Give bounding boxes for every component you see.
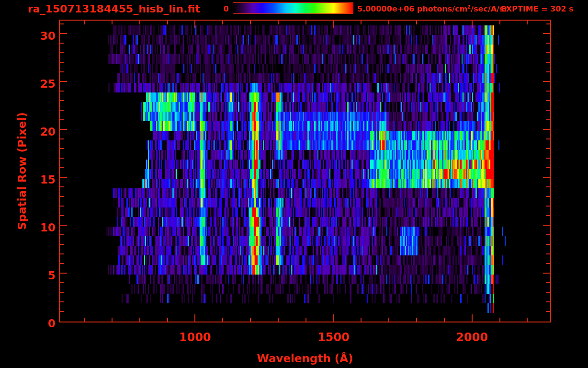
- y-tick-label: 15: [19, 173, 56, 186]
- y-tick-label: 10: [19, 221, 56, 234]
- y-tick-label: 30: [19, 30, 56, 42]
- y-tick-label: 20: [19, 126, 56, 138]
- plot-title: ra_150713184455_hisb_lin.fit: [28, 3, 200, 15]
- x-tick-label: 1500: [310, 331, 358, 344]
- y-tick-label: 0: [19, 317, 56, 330]
- colorbar-min-label: 0: [210, 4, 229, 13]
- y-tick-label: 5: [19, 269, 56, 282]
- y-tick-label: 25: [19, 78, 56, 90]
- colorbar-max-label: 5.00000e+06 photons/cm2/sec/A/sr: [357, 4, 508, 13]
- spectrogram-canvas: [0, 0, 588, 368]
- plot-window: ra_150713184455_hisb_lin.fit 0 5.00000e+…: [0, 0, 588, 368]
- x-tick-label: 2000: [448, 331, 496, 344]
- x-axis-title: Wavelength (Å): [233, 352, 377, 365]
- colorbar: [233, 2, 353, 14]
- x-tick-label: 1000: [171, 331, 219, 344]
- exptime-label: EXPTIME = 302 s: [501, 4, 574, 13]
- colorbar-gradient: [233, 3, 353, 13]
